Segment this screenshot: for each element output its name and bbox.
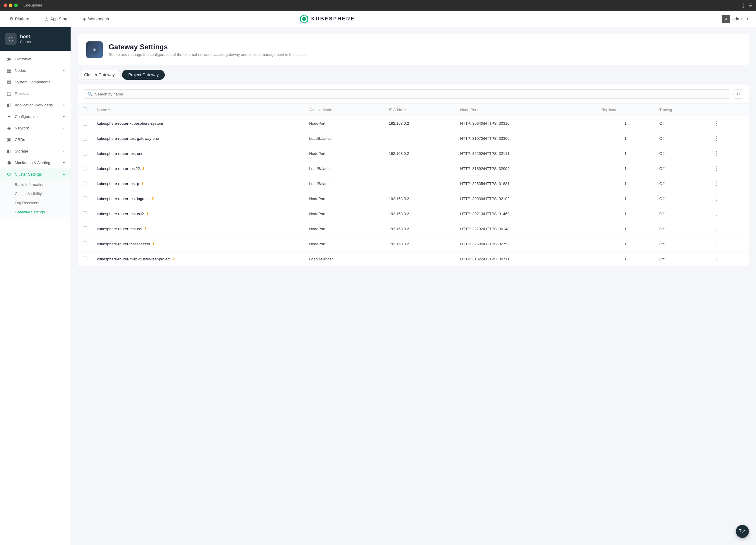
row-checkbox-3[interactable] xyxy=(83,166,87,171)
row-name-7[interactable]: kubesphere-router-test-cxl ⬆ xyxy=(97,226,300,231)
close-dot[interactable] xyxy=(4,4,7,7)
sidebar-item-overview[interactable]: ◉ Overview xyxy=(0,53,71,65)
warning-icon-7: ⬆ xyxy=(144,226,147,231)
row-more-button-1[interactable]: ⋮ xyxy=(713,134,720,142)
search-box[interactable]: 🔍 xyxy=(84,89,730,99)
row-access-mode-2: NodePort xyxy=(304,146,384,161)
row-name-6[interactable]: kubesphere-router-test-cxl2 ⬆ xyxy=(97,211,300,216)
platform-nav[interactable]: ⚙ Platform xyxy=(7,15,33,23)
replicas-header: Replicas xyxy=(597,104,655,116)
sidebar-item-monitoring[interactable]: ◉ Monitoring & Alerting ▾ xyxy=(0,157,71,168)
row-name-4[interactable]: kubesphere-router-test-p ⬆ xyxy=(97,181,300,186)
row-name-text-0: kubesphere-router-kubesphere-system xyxy=(97,121,163,126)
chevron-right-icon[interactable]: ⟫ xyxy=(742,3,745,8)
search-input[interactable] xyxy=(95,92,726,96)
sidebar-item-system-components[interactable]: ▤ System Components xyxy=(0,76,71,88)
row-checkbox-0[interactable] xyxy=(83,121,87,126)
platform-label: Platform xyxy=(15,17,30,21)
sidebar-item-cluster-settings[interactable]: ⚙ Cluster Settings ▾ xyxy=(0,168,71,180)
tab-project-gateway[interactable]: Project Gateway xyxy=(122,70,165,80)
select-all-checkbox[interactable] xyxy=(83,107,87,112)
row-checkbox-8[interactable] xyxy=(83,241,87,246)
row-name-3[interactable]: kubesphere-router-test22 ⬆ xyxy=(97,166,300,171)
sidebar: ⬡ host Cluster ◉ Overview ▦ Nodes ▾ ▤ Sy… xyxy=(0,27,71,545)
row-name-0[interactable]: kubesphere-router-kubesphere-system xyxy=(97,121,300,126)
row-replicas-7: 1 xyxy=(597,221,655,236)
menu-icon[interactable]: ☰ xyxy=(748,3,752,8)
row-more-button-3[interactable]: ⋮ xyxy=(713,164,720,172)
table-header: Name ▾ Access Mode IP Address Node Ports… xyxy=(78,104,749,116)
row-checkbox-1[interactable] xyxy=(83,136,87,141)
row-actions-4: ⋮ xyxy=(708,176,749,191)
row-more-button-0[interactable]: ⋮ xyxy=(713,119,720,127)
gateway-settings-label: Gateway Settings xyxy=(15,210,45,214)
configuration-caret-icon: ▾ xyxy=(63,115,65,118)
sidebar-item-projects[interactable]: ◫ Projects xyxy=(0,88,71,99)
refresh-button[interactable]: ↻ xyxy=(734,89,743,99)
row-checkbox-4[interactable] xyxy=(83,181,87,186)
row-name-5[interactable]: kubesphere-router-test-ingress ⬆ xyxy=(97,196,300,201)
row-more-button-2[interactable]: ⋮ xyxy=(713,149,720,157)
maximize-dot[interactable] xyxy=(14,4,18,7)
row-tracing-8: Off xyxy=(655,236,708,251)
row-checkbox-cell-4 xyxy=(78,176,92,191)
row-checkbox-cell-9 xyxy=(78,251,92,266)
sidebar-item-app-workloads[interactable]: ◧ Application Workloads ▾ xyxy=(0,99,71,111)
user-dropdown-icon[interactable]: ▼ xyxy=(746,17,749,20)
sidebar-item-network[interactable]: ◈ Network ▾ xyxy=(0,122,71,134)
row-tracing-5: Off xyxy=(655,191,708,206)
cluster-visibility-label: Cluster Visibility xyxy=(15,191,42,196)
sidebar-item-crds[interactable]: ▣ CRDs xyxy=(0,134,71,145)
sidebar-item-storage[interactable]: ◧ Storage ▾ xyxy=(0,145,71,157)
row-replicas-2: 1 xyxy=(597,146,655,161)
user-area: ▦ admin ▼ xyxy=(722,15,749,23)
row-checkbox-cell-5 xyxy=(78,191,92,206)
row-more-button-5[interactable]: ⋮ xyxy=(713,194,720,203)
row-checkbox-7[interactable] xyxy=(83,226,87,231)
row-access-mode-7: NodePort xyxy=(304,221,384,236)
row-actions-7: ⋮ xyxy=(708,221,749,236)
name-header[interactable]: Name ▾ xyxy=(92,104,304,116)
row-more-button-9[interactable]: ⋮ xyxy=(713,255,720,263)
user-avatar: ▦ xyxy=(722,15,730,23)
chat-fab[interactable]: 7↗ xyxy=(736,525,749,538)
row-checkbox-cell-0 xyxy=(78,116,92,131)
row-name-1[interactable]: kubesphere-router-test-gateway-one xyxy=(97,136,300,141)
row-access-mode-8: NodePort xyxy=(304,236,384,251)
table-row: kubesphere-router-test-ingress ⬆ NodePor… xyxy=(78,191,749,206)
row-checkbox-6[interactable] xyxy=(83,211,87,216)
sidebar-item-nodes[interactable]: ▦ Nodes ▾ xyxy=(0,65,71,76)
row-name-8[interactable]: kubesphere-router-tesssssssss ⬆ xyxy=(97,241,300,246)
row-replicas-1: 1 xyxy=(597,131,655,146)
minimize-dot[interactable] xyxy=(9,4,12,7)
row-tracing-9: Off xyxy=(655,251,708,266)
tab-cluster-gateway[interactable]: Cluster Gateway xyxy=(78,70,121,80)
row-actions-1: ⋮ xyxy=(708,131,749,146)
workbench-nav[interactable]: ◈ Workbench xyxy=(80,15,111,23)
configuration-icon: ✦ xyxy=(6,114,12,119)
appstore-nav[interactable]: ◎ App Store xyxy=(42,15,71,23)
row-name-2[interactable]: kubesphere-router-test-one xyxy=(97,151,300,156)
storage-caret-icon: ▾ xyxy=(63,149,65,153)
row-name-text-2: kubesphere-router-test-one xyxy=(97,151,144,156)
sidebar-item-gateway-settings[interactable]: Gateway Settings xyxy=(0,207,71,217)
sidebar-item-configuration[interactable]: ✦ Configuration ▾ xyxy=(0,111,71,122)
row-replicas-3: 1 xyxy=(597,161,655,176)
row-checkbox-2[interactable] xyxy=(83,151,87,156)
sidebar-item-cluster-visibility[interactable]: Cluster Visibility xyxy=(0,189,71,198)
row-name-cell-2: kubesphere-router-test-one xyxy=(92,146,304,161)
row-more-button-6[interactable]: ⋮ xyxy=(713,209,720,218)
row-ip-address-7: 192.168.0.2 xyxy=(384,221,455,236)
row-more-button-7[interactable]: ⋮ xyxy=(713,224,720,233)
row-checkbox-5[interactable] xyxy=(83,196,87,201)
row-more-button-8[interactable]: ⋮ xyxy=(713,240,720,248)
sidebar-item-basic-info[interactable]: Basic Information xyxy=(0,180,71,189)
sidebar-item-log-receivers[interactable]: Log Receivers xyxy=(0,198,71,207)
row-more-button-4[interactable]: ⋮ xyxy=(713,179,720,188)
workbench-icon: ◈ xyxy=(83,16,86,22)
svg-rect-4 xyxy=(94,49,95,51)
row-checkbox-9[interactable] xyxy=(83,256,87,261)
row-name-9[interactable]: kubesphere-router-multi-cluster-test-pro… xyxy=(97,256,300,261)
cluster-header[interactable]: ⬡ host Cluster xyxy=(0,27,71,51)
row-name-cell-0: kubesphere-router-kubesphere-system xyxy=(92,116,304,131)
